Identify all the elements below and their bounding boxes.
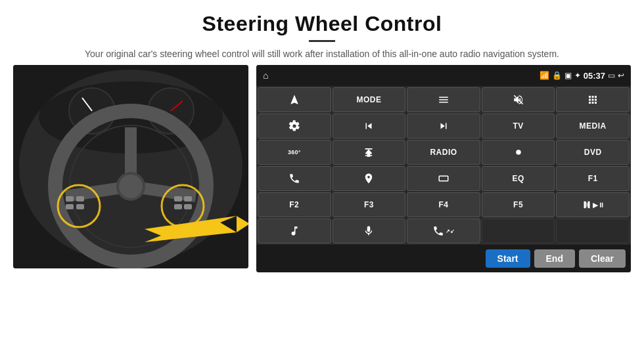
svg-rect-30 — [439, 176, 448, 181]
svg-rect-20 — [174, 196, 182, 201]
status-bar: ⌂ 📶 🔒 ▣ ✦ 05:37 ▭ ↩ — [256, 65, 631, 86]
svg-rect-15 — [66, 196, 74, 201]
sim-icon: ▣ — [564, 71, 572, 80]
svg-point-13 — [119, 175, 143, 198]
back-icon[interactable]: ↩ — [618, 71, 624, 80]
btn-answer-call[interactable]: ↗↙ — [407, 219, 480, 243]
control-panel: ⌂ 📶 🔒 ▣ ✦ 05:37 ▭ ↩ MODE — [256, 65, 631, 272]
btn-prev[interactable] — [333, 114, 406, 138]
svg-marker-28 — [365, 150, 373, 154]
btn-list[interactable] — [407, 87, 480, 112]
header-divider — [309, 40, 335, 42]
btn-media[interactable]: MEDIA — [556, 114, 630, 138]
btn-brightness[interactable] — [482, 140, 555, 165]
btn-eject[interactable] — [333, 140, 406, 165]
svg-rect-23 — [184, 204, 192, 209]
cast-icon: ▭ — [608, 71, 615, 80]
lock-icon: 🔒 — [552, 71, 562, 80]
btn-gps[interactable] — [333, 166, 406, 191]
btn-mode[interactable]: MODE — [333, 87, 406, 112]
svg-rect-18 — [76, 204, 84, 209]
end-button[interactable]: End — [534, 249, 575, 268]
btn-rectangle[interactable] — [407, 166, 480, 191]
page-title: Steering Wheel Control — [26, 12, 618, 36]
svg-point-29 — [516, 150, 521, 155]
svg-rect-22 — [174, 204, 182, 209]
btn-apps[interactable] — [556, 87, 630, 112]
svg-rect-16 — [66, 204, 74, 209]
home-icon[interactable]: ⌂ — [263, 70, 268, 81]
btn-360[interactable]: 360° — [258, 140, 331, 165]
btn-f5[interactable]: F5 — [482, 192, 555, 217]
btn-mic[interactable] — [333, 219, 406, 243]
svg-rect-17 — [76, 196, 84, 201]
btn-navigate[interactable] — [258, 87, 331, 112]
btn-next[interactable] — [407, 114, 480, 138]
btn-f4[interactable]: F4 — [407, 192, 480, 217]
btn-tv[interactable]: TV — [482, 114, 555, 138]
header-subtitle: Your original car's steering wheel contr… — [26, 47, 618, 61]
btn-play-pause[interactable]: ▶⏸ — [556, 192, 630, 217]
btn-music[interactable] — [258, 219, 331, 243]
btn-f2[interactable]: F2 — [258, 192, 331, 217]
header: Steering Wheel Control Your original car… — [0, 0, 644, 65]
btn-radio[interactable]: RADIO — [407, 140, 480, 165]
btn-empty-1 — [482, 219, 555, 243]
btn-f1[interactable]: F1 — [556, 166, 630, 191]
steering-wheel-image — [13, 65, 248, 268]
bottom-action-bar: Start End Clear — [256, 245, 631, 272]
btn-eq[interactable]: EQ — [482, 166, 555, 191]
btn-settings[interactable] — [258, 114, 331, 138]
svg-rect-27 — [365, 156, 373, 157]
button-grid: MODE — [256, 86, 631, 245]
status-time: 05:37 — [584, 71, 605, 81]
btn-dvd[interactable]: DVD — [556, 140, 630, 165]
start-button[interactable]: Start — [486, 249, 530, 268]
btn-mute[interactable] — [482, 87, 555, 112]
wifi-icon: 📶 — [540, 71, 549, 80]
btn-f3[interactable]: F3 — [333, 192, 406, 217]
btn-phone[interactable] — [258, 166, 331, 191]
status-icons: 📶 🔒 ▣ ✦ 05:37 ▭ ↩ — [540, 71, 624, 81]
btn-empty-2 — [556, 219, 630, 243]
content-area: ⌂ 📶 🔒 ▣ ✦ 05:37 ▭ ↩ MODE — [0, 65, 644, 357]
svg-rect-21 — [184, 196, 192, 201]
bt-icon: ✦ — [574, 71, 581, 80]
clear-button[interactable]: Clear — [579, 249, 626, 268]
page: Steering Wheel Control Your original car… — [0, 0, 644, 357]
